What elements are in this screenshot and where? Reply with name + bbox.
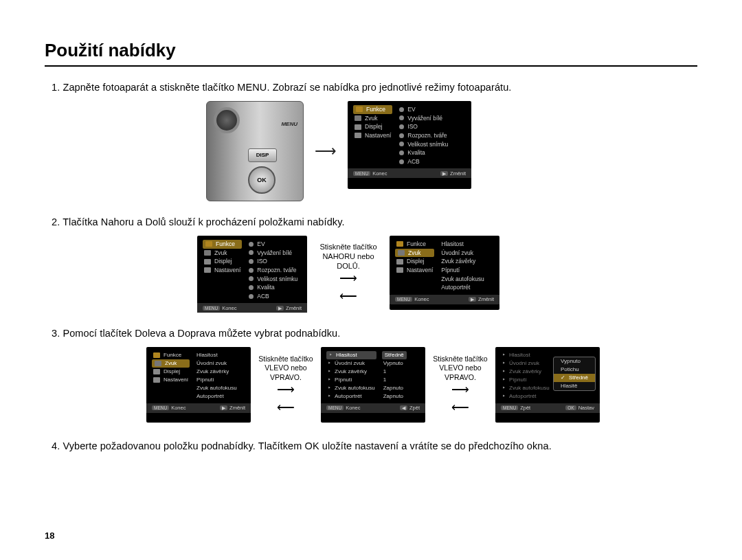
val-hlasitost: Středně (382, 351, 407, 359)
page-number: 18 (45, 530, 54, 541)
lcd-footer: MENUKonec ▶Změnit (348, 168, 471, 178)
opt-vypnuto: Vypnuto (554, 357, 595, 366)
step-1-text: 1. Zapněte fotoaparát a stiskněte tlačít… (52, 82, 697, 93)
hint-updown: Stiskněte tlačítko NAHORU nebo DOLŮ. (314, 242, 383, 271)
submenu-wb: Vyvážení bílé (398, 114, 449, 123)
menu-item-zvuk: Zvuk (353, 114, 392, 123)
arrow-right-icon (315, 142, 337, 160)
double-arrow-icon (255, 382, 317, 415)
submenu-iso: ISO (398, 122, 449, 131)
display-icon (355, 124, 361, 130)
camera-icon (356, 107, 363, 112)
camera-icon (205, 241, 212, 247)
display-icon (204, 259, 211, 265)
opt-potichu: Potichu (554, 366, 595, 374)
speaker-icon (204, 250, 211, 256)
quality-icon (399, 150, 404, 155)
lcd-zvuk-values: Hlasitost Úvodní zvuk Zvuk závěrky Pípnu… (321, 347, 425, 423)
row-hlasitost: Hlasitost (326, 351, 376, 359)
wb-icon (399, 115, 404, 120)
menu-tag: MENU (353, 171, 370, 176)
menu-item-nastaveni: Nastavení (353, 131, 392, 140)
iso-icon (249, 259, 254, 264)
gear-icon (204, 267, 211, 273)
camera-device-illustration: MENU DISP OK (206, 101, 304, 201)
camera-icon (396, 241, 403, 247)
menu-left-column: Funkce Zvuk Displej Nastavení (353, 105, 392, 166)
display-icon (396, 259, 403, 265)
menu-item-displej: Displej (353, 122, 392, 131)
opt-hlasite: Hlasitě (554, 382, 595, 390)
ev-icon (399, 107, 404, 112)
lcd-zvuk-left: Funkce Zvuk Displej Nastavení Hlasitost … (146, 347, 251, 423)
step3-figure: Funkce Zvuk Displej Nastavení Hlasitost … (146, 347, 697, 423)
speaker-icon (355, 115, 361, 121)
lcd-screen-zvuk: Funkce Zvuk Displej Nastavení Hlasitost … (390, 236, 499, 310)
size-icon (249, 276, 254, 281)
step-3-text: 3. Pomocí tlačítek Doleva a Doprava může… (52, 328, 697, 339)
step2-figure: Funkce Zvuk Displej Nastavení EV Vyvážen… (197, 236, 697, 310)
acb-icon (399, 159, 404, 164)
camera-disp-button: DISP (248, 148, 277, 162)
size-icon (399, 142, 404, 146)
submenu-acb: ACB (398, 157, 449, 166)
face-icon (249, 268, 254, 273)
double-arrow-icon (429, 382, 491, 415)
acb-icon (249, 294, 254, 299)
submenu-quality: Kvalita (398, 148, 449, 157)
gear-icon (396, 267, 403, 273)
camera-menu-label: MENU (281, 121, 297, 127)
volume-popup: Vypnuto Potichu Středně Hlasitě (553, 357, 596, 391)
hint-leftright-a: Stiskněte tlačítko VLEVO nebo VPRAVO. (255, 355, 317, 383)
lcd-zvuk-popup: Hlasitost Úvodní zvuk Zvuk závěrky Pípnu… (495, 347, 600, 423)
play-tag: ▶ (440, 171, 448, 176)
step1-figure: MENU DISP OK Funkce Zvuk Displej Nastave… (206, 101, 697, 201)
double-arrow-icon (314, 271, 383, 304)
speaker-icon (155, 361, 161, 366)
lcd-screen-funkce: Funkce Zvuk Displej Nastavení EV Vyvážen… (348, 101, 471, 189)
quality-icon (249, 285, 254, 290)
gear-icon (153, 377, 160, 383)
page-title: Použití nabídky (45, 40, 697, 67)
hint-leftright-b: Stiskněte tlačítko VLEVO nebo VPRAVO. (429, 355, 491, 383)
menu-right-column: EV Vyvážení bílé ISO Rozpozn. tváře Veli… (398, 105, 449, 166)
gear-icon (355, 133, 361, 138)
lcd-screen-funkce-2: Funkce Zvuk Displej Nastavení EV Vyvážen… (197, 236, 307, 310)
camera-icon (153, 352, 160, 358)
step-4-text: 4. Vyberte požadovanou položku podnabídk… (52, 440, 697, 451)
step-2-text: 2. Tlačítka Nahoru a Dolů slouží k proch… (52, 216, 697, 227)
menu-item-funkce: Funkce (353, 105, 392, 114)
wb-icon (249, 250, 254, 255)
iso-icon (399, 124, 404, 129)
submenu-size: Velikost snímku (398, 140, 449, 149)
camera-ok-button: OK (248, 166, 276, 194)
speaker-icon (398, 250, 405, 256)
face-icon (399, 133, 404, 138)
ev-icon (249, 242, 254, 247)
submenu-face: Rozpozn. tváře (398, 131, 449, 140)
display-icon (153, 369, 160, 374)
opt-stredne-selected: Středně (554, 374, 595, 382)
submenu-ev: EV (398, 105, 449, 114)
